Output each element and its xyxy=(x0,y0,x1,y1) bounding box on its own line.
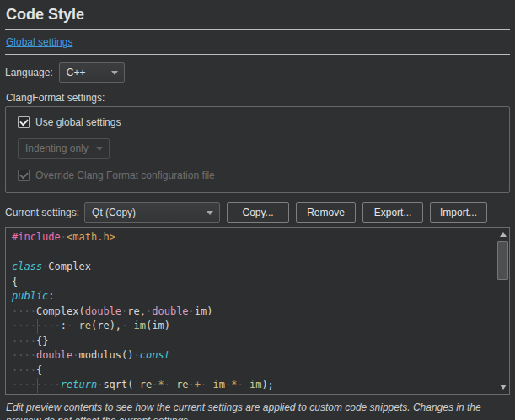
code-line[interactable]: { xyxy=(12,275,496,290)
code-line[interactable]: #include·<math.h> xyxy=(12,230,496,245)
clangformat-settings-label: ClangFormat settings: xyxy=(6,92,510,104)
code-token: : xyxy=(61,320,67,331)
code-token: : xyxy=(48,290,54,302)
chevron-down-icon xyxy=(96,147,103,151)
whitespace-dots: · xyxy=(61,231,67,243)
code-token: ( xyxy=(78,305,84,317)
code-line[interactable]: ····{ xyxy=(12,363,496,379)
arrow-down-icon xyxy=(500,385,507,390)
code-line[interactable]: ····{} xyxy=(12,334,496,349)
code-token: {} xyxy=(36,335,48,347)
code-token: Complex xyxy=(48,261,91,272)
code-token: () xyxy=(121,349,133,361)
code-token: _im xyxy=(244,379,262,390)
footer-note: Edit preview contents to see how the cur… xyxy=(6,401,509,420)
language-label: Language: xyxy=(5,67,53,78)
code-line[interactable]: ····double·modulus()·const xyxy=(12,348,496,363)
arrow-up-icon xyxy=(500,232,507,237)
use-global-settings-label: Use global settings xyxy=(35,116,121,128)
whitespace-dots: · xyxy=(189,379,195,390)
global-settings-link[interactable]: Global settings xyxy=(6,36,72,48)
language-combobox[interactable]: C++ xyxy=(59,62,125,83)
whitespace-dots: ···· xyxy=(12,305,36,317)
code-token: double xyxy=(152,305,188,317)
whitespace-dots: · xyxy=(189,305,195,317)
code-token: + xyxy=(195,379,201,390)
code-token: { xyxy=(36,364,42,376)
chevron-down-icon xyxy=(111,71,118,75)
code-token: re xyxy=(127,305,139,317)
code-token: public xyxy=(12,290,48,302)
code-token: double xyxy=(36,349,72,361)
code-token: _im xyxy=(127,320,146,331)
current-settings-row: Current settings: Qt (Copy) Copy... Remo… xyxy=(5,202,510,223)
remove-button[interactable]: Remove xyxy=(296,202,356,223)
code-token: <math.h> xyxy=(67,231,115,243)
code-token: * xyxy=(158,379,164,390)
code-token: Complex xyxy=(36,305,79,317)
code-token: { xyxy=(12,276,18,288)
code-token: _im xyxy=(207,379,225,390)
override-clangformat-checkbox[interactable]: Override Clang Format configuration file xyxy=(18,170,497,181)
whitespace-dots: · xyxy=(237,379,243,390)
code-token: ) xyxy=(164,320,170,331)
code-token: im xyxy=(195,305,207,317)
whitespace-dots: · xyxy=(72,349,78,361)
formatting-mode-combobox[interactable]: Indenting only xyxy=(18,138,110,159)
code-token: _re xyxy=(134,379,153,390)
override-clangformat-label: Override Clang Format configuration file xyxy=(35,170,215,181)
code-token: _re xyxy=(72,320,91,331)
separator xyxy=(5,29,510,30)
code-line[interactable]: class·Complex xyxy=(12,260,496,275)
code-line[interactable]: public: xyxy=(12,289,496,304)
code-preview-editor[interactable]: #include·<math.h>class·Complex{public:··… xyxy=(5,227,510,395)
current-settings-value: Qt (Copy) xyxy=(92,207,136,218)
separator xyxy=(5,54,510,55)
code-line[interactable]: ········:·_re(re),·_im(im) xyxy=(12,319,496,334)
chevron-down-icon xyxy=(207,211,213,215)
code-style-settings-page: Code Style Global settings Language: C++… xyxy=(0,0,515,420)
code-token: modulus xyxy=(79,349,122,361)
code-token: im xyxy=(152,320,164,331)
current-settings-combobox[interactable]: Qt (Copy) xyxy=(84,202,220,223)
current-settings-label: Current settings: xyxy=(5,207,79,218)
export-button[interactable]: Export... xyxy=(362,202,423,223)
vertical-scrollbar[interactable] xyxy=(496,228,509,394)
code-token: ) xyxy=(207,305,212,317)
code-token: _re xyxy=(170,379,189,390)
page-title: Code Style xyxy=(6,5,510,24)
code-token: re xyxy=(97,320,109,331)
whitespace-dots: ········ xyxy=(12,379,61,390)
code-token: ), xyxy=(110,320,121,331)
code-preview-text[interactable]: #include·<math.h>class·Complex{public:··… xyxy=(6,228,496,394)
language-row: Language: C++ xyxy=(5,62,510,83)
code-line[interactable]: ········return·sqrt(_re·*·_re·+·_im·*·_i… xyxy=(12,378,496,393)
indent-guide xyxy=(37,378,38,393)
code-token: return xyxy=(61,379,97,390)
scroll-down-button[interactable] xyxy=(497,381,508,393)
whitespace-dots: ········ xyxy=(12,320,61,331)
checkbox-checked-icon xyxy=(18,116,30,128)
code-token: const xyxy=(140,349,170,361)
whitespace-dots: · xyxy=(134,349,140,361)
scrollbar-thumb[interactable] xyxy=(497,241,508,280)
code-line[interactable] xyxy=(12,245,496,261)
whitespace-dots: ···· xyxy=(12,349,36,361)
copy-button[interactable]: Copy... xyxy=(227,202,289,223)
code-token: #include xyxy=(12,231,61,243)
whitespace-dots: ···· xyxy=(12,364,36,376)
code-token: class xyxy=(12,261,42,272)
code-token: , xyxy=(140,305,146,317)
import-button[interactable]: Import... xyxy=(430,202,487,223)
code-token: ( xyxy=(127,379,133,390)
code-token: sqrt xyxy=(103,379,127,390)
whitespace-dots: · xyxy=(164,379,170,390)
checkbox-checked-icon xyxy=(18,170,30,181)
code-line[interactable]: ····Complex(double·re,·double·im) xyxy=(12,304,496,320)
code-token: ); xyxy=(261,379,273,390)
whitespace-dots: ···· xyxy=(12,335,36,347)
use-global-settings-checkbox[interactable]: Use global settings xyxy=(18,116,497,128)
indent-guide xyxy=(37,319,38,334)
scroll-up-button[interactable] xyxy=(497,229,508,240)
language-combobox-value: C++ xyxy=(67,67,86,78)
